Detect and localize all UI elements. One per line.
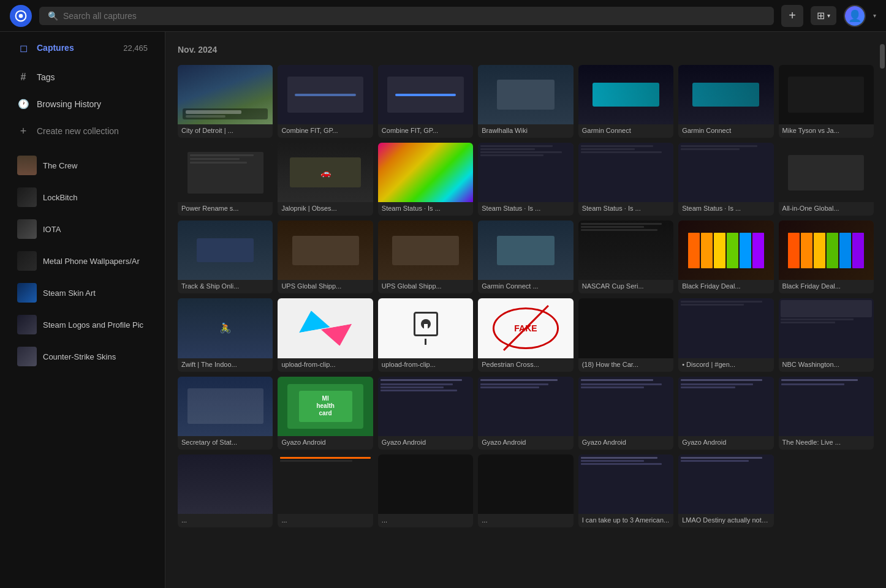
grid-view-button[interactable]: ⊞ ▾ xyxy=(811,6,836,25)
collection-item[interactable]: Steam Skin Art xyxy=(5,278,160,307)
capture-card[interactable]: FAKE Pedestrian Cross... xyxy=(478,298,573,371)
search-icon: 🔍 xyxy=(48,11,58,21)
capture-card[interactable]: Gyazo Android xyxy=(578,377,673,450)
history-nav-item[interactable]: 🕐 Browsing History xyxy=(5,92,160,116)
capture-card[interactable]: Steam Status · Is ... xyxy=(378,143,473,216)
capture-card[interactable]: UPS Global Shipp... xyxy=(378,221,473,293)
capture-card[interactable]: Gyazo Android xyxy=(378,377,473,450)
create-collection-item[interactable]: + Create new collection xyxy=(5,119,160,143)
sidebar: ◻ Captures 22,465 # Tags 🕐 Browsing Hist… xyxy=(0,32,165,588)
captures-grid-row: Track & Ship Onli... UPS Global Shipp... xyxy=(178,221,874,293)
capture-thumb xyxy=(678,454,773,514)
capture-card[interactable]: ... xyxy=(478,454,573,527)
capture-thumb xyxy=(779,65,874,124)
collection-name: LockBitch xyxy=(43,193,77,202)
capture-label: Steam Status · Is ... xyxy=(378,202,473,216)
capture-card[interactable]: MIhealthcard Gyazo Android xyxy=(278,377,373,450)
capture-card[interactable]: 🚴 Zwift | The Indoo... xyxy=(178,298,273,371)
capture-card[interactable]: Garmin Connect xyxy=(678,65,773,138)
topbar: 🔍 + ⊞ ▾ 👤 ▾ xyxy=(0,0,886,32)
capture-card[interactable]: Gyazo Android xyxy=(478,377,573,450)
capture-label: Track & Ship Onli... xyxy=(178,280,273,293)
capture-card[interactable]: All-in-One Global... xyxy=(779,143,874,216)
collection-item[interactable]: IOTA xyxy=(5,214,160,244)
app-logo[interactable] xyxy=(10,5,32,27)
chevron-down-icon: ▾ xyxy=(827,12,830,19)
add-button[interactable]: + xyxy=(781,5,803,27)
capture-thumb xyxy=(779,298,874,358)
capture-card[interactable]: Power Rename s... xyxy=(178,143,273,216)
captures-nav-item[interactable]: ◻ Captures 22,465 xyxy=(5,34,160,61)
capture-label: Steam Status · Is ... xyxy=(478,202,573,216)
capture-label: Black Friday Deal... xyxy=(678,280,773,293)
capture-card[interactable]: ... xyxy=(378,454,473,527)
capture-card[interactable]: Combine FIT, GP... xyxy=(278,65,373,138)
capture-thumb xyxy=(178,377,273,436)
avatar-button[interactable]: 👤 xyxy=(844,5,866,27)
collection-item[interactable]: Steam Logos and Profile Pic xyxy=(5,310,160,339)
capture-card[interactable]: Brawlhalla Wiki xyxy=(478,65,573,138)
capture-card[interactable]: I can take up to 3 American... xyxy=(578,454,673,527)
capture-label: Mike Tyson vs Ja... xyxy=(779,124,874,138)
capture-card[interactable]: Garmin Connect xyxy=(578,65,673,138)
capture-label: Gyazo Android xyxy=(578,436,673,450)
captures-grid-row: City of Detroit | ... Combine FIT, GP... xyxy=(178,65,874,138)
capture-thumb xyxy=(278,454,373,514)
capture-card[interactable]: ... xyxy=(278,454,373,527)
capture-label: ... xyxy=(378,514,473,527)
collection-item[interactable]: Counter-Strike Skins xyxy=(5,342,160,371)
capture-card[interactable]: Steam Status · Is ... xyxy=(578,143,673,216)
capture-card[interactable]: upload-from-clip... xyxy=(278,298,373,371)
section-header: Nov. 2024 xyxy=(178,44,874,55)
captures-grid-row: 🚴 Zwift | The Indoo... upload-from-clip.… xyxy=(178,298,874,371)
captures-grid-row: ... ... ... xyxy=(178,454,874,527)
capture-thumb xyxy=(779,221,874,280)
capture-card[interactable]: NBC Washington... xyxy=(779,298,874,371)
capture-card[interactable]: Gyazo Android xyxy=(678,377,773,450)
capture-card[interactable]: Black Friday Deal... xyxy=(678,221,773,293)
search-container: 🔍 xyxy=(39,7,774,25)
capture-label: Pedestrian Cross... xyxy=(478,358,573,372)
capture-card[interactable]: City of Detroit | ... xyxy=(178,65,273,138)
captures-count: 22,465 xyxy=(123,43,148,53)
capture-card[interactable]: NASCAR Cup Seri... xyxy=(578,221,673,293)
capture-card[interactable]: Secretary of Stat... xyxy=(178,377,273,450)
section-title: Nov. 2024 xyxy=(178,45,217,55)
capture-card[interactable]: Track & Ship Onli... xyxy=(178,221,273,293)
capture-card[interactable]: 🚗 Jalopnik | Obses... xyxy=(278,143,373,216)
captures-grid-row: Secretary of Stat... MIhealthcard Gyazo … xyxy=(178,377,874,450)
capture-card[interactable]: Garmin Connect ... xyxy=(478,221,573,293)
capture-thumb xyxy=(278,65,373,124)
capture-card[interactable]: • Discord | #gen... xyxy=(678,298,773,371)
capture-thumb xyxy=(779,377,874,436)
collection-item[interactable]: The Crew xyxy=(5,151,160,180)
capture-card[interactable]: Mike Tyson vs Ja... xyxy=(779,65,874,138)
scrollbar-track[interactable] xyxy=(879,32,886,588)
tags-nav-item[interactable]: # Tags xyxy=(5,65,160,89)
search-input[interactable] xyxy=(63,11,765,21)
collection-item[interactable]: LockBitch xyxy=(5,183,160,212)
capture-label: Steam Status · Is ... xyxy=(678,202,773,216)
capture-label: UPS Global Shipp... xyxy=(378,280,473,293)
collection-name: Metal Phone Wallpapers/Ar xyxy=(43,257,140,266)
capture-card[interactable]: Steam Status · Is ... xyxy=(478,143,573,216)
capture-card[interactable]: ... xyxy=(178,454,273,527)
gyazo-logo-icon xyxy=(15,10,27,22)
capture-label: All-in-One Global... xyxy=(779,202,874,216)
capture-label: LMAO Destiny actually not on... xyxy=(678,514,773,527)
capture-thumb xyxy=(578,65,673,124)
capture-card[interactable]: The Needle: Live ... xyxy=(779,377,874,450)
capture-card[interactable]: Steam Status · Is ... xyxy=(678,143,773,216)
capture-thumb xyxy=(578,221,673,280)
capture-label: • Discord | #gen... xyxy=(678,358,773,372)
capture-card[interactable]: (18) How the Car... xyxy=(578,298,673,371)
capture-card[interactable]: UPS Global Shipp... xyxy=(278,221,373,293)
capture-card[interactable]: Black Friday Deal... xyxy=(779,221,874,293)
capture-card[interactable]: upload-from-clip... xyxy=(378,298,473,371)
collection-item[interactable]: Metal Phone Wallpapers/Ar xyxy=(5,246,160,276)
capture-card[interactable]: LMAO Destiny actually not on... xyxy=(678,454,773,527)
capture-card[interactable]: Combine FIT, GP... xyxy=(378,65,473,138)
main-content: Nov. 2024 City of Detroit | ... xyxy=(165,32,886,588)
capture-thumb xyxy=(678,143,773,202)
capture-thumb: FAKE xyxy=(478,298,573,358)
